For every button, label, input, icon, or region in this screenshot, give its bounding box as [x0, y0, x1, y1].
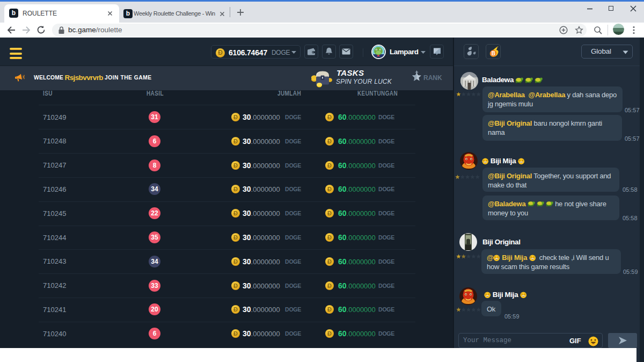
svg-text:B: B	[492, 50, 495, 56]
